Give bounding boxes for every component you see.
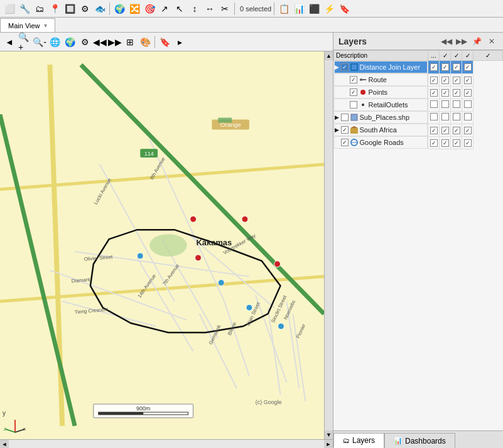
map-tool-extra[interactable]: ▸ bbox=[173, 35, 187, 49]
layer-visibility-check[interactable] bbox=[350, 101, 357, 109]
layer-cell-desc[interactable]: ▶ Sub_Places.shp bbox=[334, 111, 428, 124]
layer-visibility-check[interactable] bbox=[350, 76, 357, 83]
scroll-left-arrow[interactable]: ◄ bbox=[0, 440, 9, 449]
scroll-down-arrow[interactable]: ▼ bbox=[325, 430, 333, 439]
map-tool-bookmark[interactable]: 🔖 bbox=[158, 35, 171, 49]
layer-row[interactable]: ▶ Distance Join Layer bbox=[334, 61, 503, 74]
layer-check-3[interactable] bbox=[451, 99, 462, 111]
layer-check-4[interactable] bbox=[462, 136, 473, 149]
layer-cell-desc[interactable]: ▶ South Africa bbox=[334, 124, 428, 136]
layer-row[interactable]: Route bbox=[334, 73, 503, 86]
layer-check-1[interactable] bbox=[428, 136, 440, 149]
layer-check-3[interactable] bbox=[451, 136, 462, 149]
layer-check-4[interactable] bbox=[462, 99, 473, 111]
layer-visibility-check[interactable] bbox=[341, 114, 349, 121]
layer-cell-desc[interactable]: ▶ Distance Join Layer bbox=[334, 61, 428, 73]
map-tool-theme[interactable]: 🎨 bbox=[138, 35, 152, 49]
toolbar-icon-19[interactable]: ⚡ bbox=[322, 2, 336, 16]
toolbar-icon-7[interactable]: 🐟 bbox=[93, 2, 107, 16]
map-tool-globe1[interactable]: 🌐 bbox=[48, 35, 62, 49]
layer-check-4[interactable] bbox=[462, 73, 473, 86]
layer-cell-desc[interactable]: Route bbox=[334, 73, 428, 86]
layer-check-4[interactable] bbox=[462, 61, 473, 74]
map-tool-globe2[interactable]: 🌍 bbox=[63, 35, 77, 49]
layer-visibility-check[interactable] bbox=[341, 126, 349, 134]
toolbar-icon-11[interactable]: ↗ bbox=[158, 2, 171, 16]
toolbar-icon-8[interactable]: 🌍 bbox=[112, 2, 126, 16]
map-tool-right[interactable]: ▶▶ bbox=[108, 35, 122, 49]
layer-check-1[interactable] bbox=[428, 86, 440, 99]
toolbar-icon-10[interactable]: 🎯 bbox=[143, 2, 156, 16]
layer-check-3[interactable] bbox=[451, 73, 462, 86]
layer-row[interactable]: ▶ Sub_Places.shp bbox=[334, 111, 503, 124]
layers-table-container[interactable]: Description ... ✓ ✓ ✓ ✓ ▶ Distance Join bbox=[333, 50, 503, 430]
map-tool-settings[interactable]: ⚙ bbox=[78, 35, 92, 49]
layer-check-1[interactable] bbox=[428, 99, 440, 111]
layer-cell-desc[interactable]: Google Roads bbox=[334, 136, 428, 149]
toolbar-icon-6[interactable]: ⚙ bbox=[78, 2, 92, 16]
toolbar-icon-4[interactable]: 📍 bbox=[48, 2, 62, 16]
layer-cell-desc[interactable]: RetailOutlets bbox=[334, 99, 428, 111]
layer-check-3[interactable] bbox=[451, 111, 462, 124]
layer-visibility-check[interactable] bbox=[341, 139, 349, 146]
layer-check-1[interactable] bbox=[428, 73, 440, 86]
main-view-tab[interactable]: Main View ▾ bbox=[0, 18, 55, 32]
toolbar-icon-3[interactable]: 🗂 bbox=[33, 2, 46, 16]
layer-visibility-check[interactable] bbox=[341, 63, 349, 71]
layer-row[interactable]: ▶ South Africa bbox=[334, 124, 503, 136]
scroll-right-arrow[interactable]: ► bbox=[324, 440, 333, 449]
layer-check-1[interactable] bbox=[428, 124, 440, 136]
panel-pin-btn[interactable]: 📌 bbox=[470, 35, 483, 48]
layer-check-3[interactable] bbox=[451, 124, 462, 136]
expand-arrow[interactable]: ▶ bbox=[335, 114, 340, 120]
expand-arrow[interactable]: ▶ bbox=[335, 64, 340, 70]
layer-visibility-check[interactable] bbox=[350, 88, 357, 96]
vertical-scrollbar[interactable]: ▲ ▼ bbox=[324, 51, 333, 439]
layer-cell-desc[interactable]: Points bbox=[334, 86, 428, 99]
panel-back-btn[interactable]: ◀◀ bbox=[440, 35, 453, 48]
view-tab-close[interactable]: ▾ bbox=[44, 22, 47, 29]
layer-row[interactable]: Google Roads bbox=[334, 136, 503, 149]
layer-check-4[interactable] bbox=[462, 86, 473, 99]
toolbar-icon-17[interactable]: 📊 bbox=[292, 2, 306, 16]
layer-check-2[interactable] bbox=[440, 86, 451, 99]
toolbar-icon-1[interactable]: ⬜ bbox=[3, 2, 16, 16]
expand-arrow[interactable]: ▶ bbox=[335, 127, 340, 133]
tab-dashboards[interactable]: 📊 Dashboards bbox=[384, 433, 455, 448]
map-view[interactable]: Orange 114 Kakamas Lucki Avenue 8th bbox=[0, 51, 324, 439]
toolbar-icon-20[interactable]: 🔖 bbox=[337, 2, 351, 16]
layer-check-4[interactable] bbox=[462, 111, 473, 124]
panel-fwd-btn[interactable]: ▶▶ bbox=[455, 35, 468, 48]
toolbar-icon-13[interactable]: ↕ bbox=[188, 2, 202, 16]
layer-check-1[interactable] bbox=[428, 61, 440, 74]
horizontal-scrollbar[interactable]: ◄ ► bbox=[0, 439, 333, 448]
toolbar-icon-18[interactable]: ⬛ bbox=[307, 2, 321, 16]
scroll-up-arrow[interactable]: ▲ bbox=[325, 51, 333, 60]
layer-check-2[interactable] bbox=[440, 124, 451, 136]
toolbar-icon-15[interactable]: ✂ bbox=[218, 2, 232, 16]
toolbar-icon-9[interactable]: 🔀 bbox=[127, 2, 141, 16]
layer-check-4[interactable] bbox=[462, 124, 473, 136]
layer-row[interactable]: RetailOutlets bbox=[334, 99, 503, 111]
map-tool-left[interactable]: ◀◀ bbox=[93, 35, 107, 49]
layer-check-2[interactable] bbox=[440, 99, 451, 111]
layer-check-2[interactable] bbox=[440, 61, 451, 74]
toolbar-icon-16[interactable]: 📋 bbox=[277, 2, 291, 16]
map-tool-back[interactable]: ◄ bbox=[3, 35, 16, 49]
layer-row[interactable]: Points bbox=[334, 86, 503, 99]
layer-check-2[interactable] bbox=[440, 136, 451, 149]
layer-check-1[interactable] bbox=[428, 111, 440, 124]
toolbar-icon-14[interactable]: ↔ bbox=[203, 2, 217, 16]
toolbar-icon-12[interactable]: ↖ bbox=[173, 2, 187, 16]
map-tool-grid[interactable]: ⊞ bbox=[123, 35, 137, 49]
layer-check-3[interactable] bbox=[451, 61, 462, 74]
map-tool-zoom-in[interactable]: 🔍+ bbox=[18, 35, 31, 49]
toolbar-icon-5[interactable]: 🔲 bbox=[63, 2, 77, 16]
layer-check-2[interactable] bbox=[440, 111, 451, 124]
tab-layers[interactable]: 🗂 Layers bbox=[333, 433, 384, 448]
panel-close-btn[interactable]: ✕ bbox=[485, 35, 498, 48]
layer-check-3[interactable] bbox=[451, 86, 462, 99]
map-tool-zoom-out[interactable]: 🔍- bbox=[33, 35, 46, 49]
layer-check-2[interactable] bbox=[440, 73, 451, 86]
toolbar-icon-2[interactable]: 🔧 bbox=[18, 2, 31, 16]
